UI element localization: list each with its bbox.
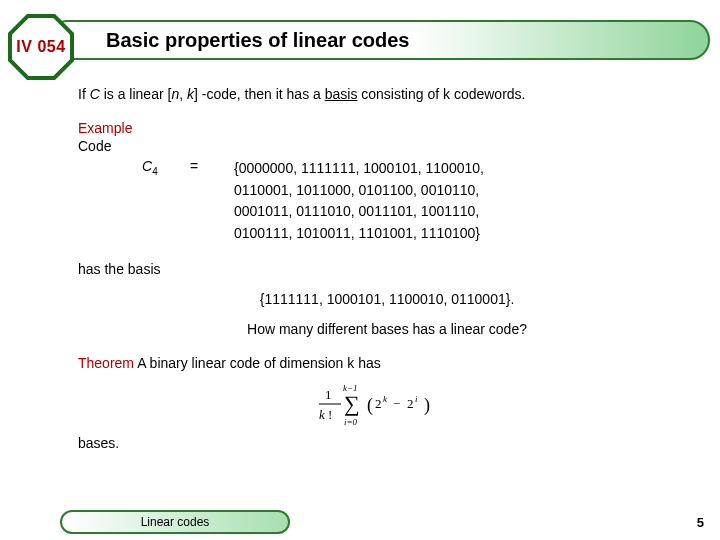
footer-label: Linear codes <box>141 515 210 529</box>
subscript: 4 <box>152 166 158 177</box>
page-number: 5 <box>697 515 704 530</box>
code-label: Code <box>78 138 696 154</box>
bases-word: bases. <box>78 435 696 451</box>
codeword-set: {0000000, 1111111, 1000101, 1100010, 011… <box>234 158 484 245</box>
chapter-badge-label: IV 054 <box>8 14 74 80</box>
t: , <box>179 86 187 102</box>
t: If <box>78 86 90 102</box>
theorem-label: Theorem <box>78 355 134 371</box>
question-text: How many different bases has a linear co… <box>78 321 696 337</box>
intro-sentence: If C is a linear [n, k] -code, then it h… <box>78 86 696 102</box>
theorem-text: A binary linear code of dimension k has <box>134 355 381 371</box>
formula: 1 k ! k−1 ∑ i=0 ( 2 k − 2 i ) <box>78 381 696 427</box>
codeword-line: 0110001, 1011000, 0101100, 0010110, <box>234 180 484 202</box>
svg-text:k: k <box>319 407 325 422</box>
title-bar: Basic properties of linear codes <box>48 20 710 60</box>
svg-text:): ) <box>424 395 430 416</box>
t: ] -code, then it has a <box>194 86 325 102</box>
codeword-line: 0001011, 0111010, 0011101, 1001110, <box>234 201 484 223</box>
codeword-line: {0000000, 1111111, 1000101, 1100010, <box>234 158 484 180</box>
basis-word: basis <box>325 86 358 102</box>
var-C: C <box>142 158 152 174</box>
page-title: Basic properties of linear codes <box>106 29 409 52</box>
var-k: k <box>187 86 194 102</box>
basis-set: {1111111, 1000101, 1100010, 0110001}. <box>78 291 696 307</box>
svg-text:2: 2 <box>407 396 414 411</box>
svg-text:(: ( <box>367 395 373 416</box>
t: consisting of k codewords. <box>357 86 525 102</box>
t: is a linear [ <box>100 86 172 102</box>
svg-text:2: 2 <box>375 396 382 411</box>
codeword-line: 0100111, 1010011, 1101001, 1110100} <box>234 223 484 245</box>
svg-text:i: i <box>415 394 418 404</box>
footer-chip: Linear codes <box>60 510 290 534</box>
example-label: Example <box>78 120 696 136</box>
code-definition: C4 = {0000000, 1111111, 1000101, 1100010… <box>78 158 696 245</box>
slide-body: If C is a linear [n, k] -code, then it h… <box>78 86 696 498</box>
svg-text:!: ! <box>328 407 332 422</box>
code-symbol: C4 <box>78 158 190 177</box>
svg-text:i=0: i=0 <box>344 417 358 427</box>
equals-sign: = <box>190 158 234 174</box>
theorem-line: Theorem A binary linear code of dimensio… <box>78 355 696 371</box>
svg-text:−: − <box>393 396 400 411</box>
var-C: C <box>90 86 100 102</box>
svg-text:1: 1 <box>325 387 332 402</box>
svg-text:∑: ∑ <box>344 391 360 416</box>
svg-text:k: k <box>383 394 388 404</box>
has-basis-text: has the basis <box>78 261 696 277</box>
